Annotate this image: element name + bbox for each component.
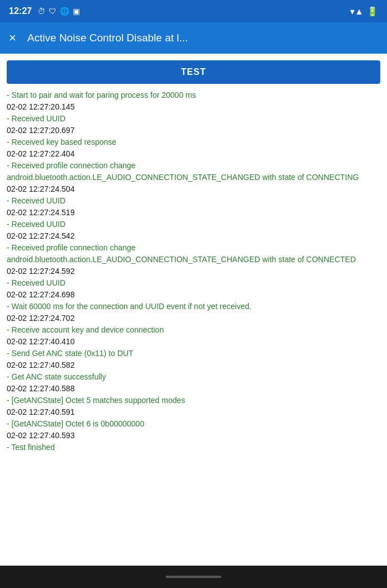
log-message: - [GetANCState] Octet 5 matches supporte…: [7, 395, 378, 406]
test-button[interactable]: TEST: [7, 60, 380, 84]
app-bar-title: Active Noise Control Disable at l...: [27, 32, 188, 44]
log-message: - Received UUID: [7, 219, 378, 230]
log-area[interactable]: - Start to pair and wait for paring proc…: [7, 89, 380, 566]
status-icons: ⏱ 🛡 🌐 ▣: [37, 7, 80, 16]
log-message: - Received UUID: [7, 277, 378, 289]
close-button[interactable]: ×: [9, 31, 16, 45]
log-timestamp: 02-02 12:27:40.593: [7, 430, 378, 442]
log-message: - Start to pair and wait for paring proc…: [7, 89, 378, 101]
log-message: - Received UUID: [7, 195, 378, 207]
log-message: - Received UUID: [7, 113, 378, 125]
log-message: - Wait 60000 ms for the connection and U…: [7, 301, 378, 312]
shield-icon: 🛡: [49, 7, 56, 16]
log-timestamp: 02-02 12:27:24.592: [7, 265, 378, 277]
globe-icon: 🌐: [60, 7, 69, 16]
log-timestamp: 02-02 12:27:24.542: [7, 230, 378, 242]
log-timestamp: 02-02 12:27:24.702: [7, 312, 378, 324]
log-message: - Test finished: [7, 442, 378, 453]
log-message: - Send Get ANC state (0x11) to DUT: [7, 348, 378, 359]
log-timestamp: 02-02 12:27:24.519: [7, 207, 378, 219]
log-message: - Received key based response: [7, 136, 378, 148]
nav-bar-indicator: [166, 576, 221, 578]
log-message: - [GetANCState] Octet 6 is 0b00000000: [7, 418, 378, 430]
battery-icon: 🔋: [367, 6, 378, 17]
log-timestamp: 02-02 12:27:20.145: [7, 101, 378, 113]
log-timestamp: 02-02 12:27:22.404: [7, 148, 378, 160]
log-timestamp: 02-02 12:27:40.588: [7, 383, 378, 395]
app-bar: × Active Noise Control Disable at l...: [0, 22, 387, 54]
clock-icon: ⏱: [37, 7, 45, 16]
screen-icon: ▣: [73, 7, 80, 16]
log-message: - Receive account key and device connect…: [7, 324, 378, 336]
log-message: - Received profile connection change and…: [7, 242, 378, 265]
status-bar-left: 12:27 ⏱ 🛡 🌐 ▣: [9, 6, 80, 16]
main-content: TEST - Start to pair and wait for paring…: [0, 54, 387, 566]
log-timestamp: 02-02 12:27:40.582: [7, 359, 378, 371]
status-time: 12:27: [9, 6, 32, 16]
log-timestamp: 02-02 12:27:24.698: [7, 289, 378, 301]
status-bar-right: ▾▲ 🔋: [350, 6, 378, 17]
status-bar: 12:27 ⏱ 🛡 🌐 ▣ ▾▲ 🔋: [0, 0, 387, 22]
log-timestamp: 02-02 12:27:20.697: [7, 125, 378, 136]
log-timestamp: 02-02 12:27:40.591: [7, 406, 378, 418]
log-timestamp: 02-02 12:27:24.504: [7, 183, 378, 195]
log-timestamp: 02-02 12:27:40.410: [7, 336, 378, 348]
nav-bar: [0, 566, 387, 588]
log-message: - Get ANC state successfully: [7, 371, 378, 383]
wifi-icon: ▾▲: [350, 6, 364, 17]
log-message: - Received profile connection change and…: [7, 160, 378, 183]
